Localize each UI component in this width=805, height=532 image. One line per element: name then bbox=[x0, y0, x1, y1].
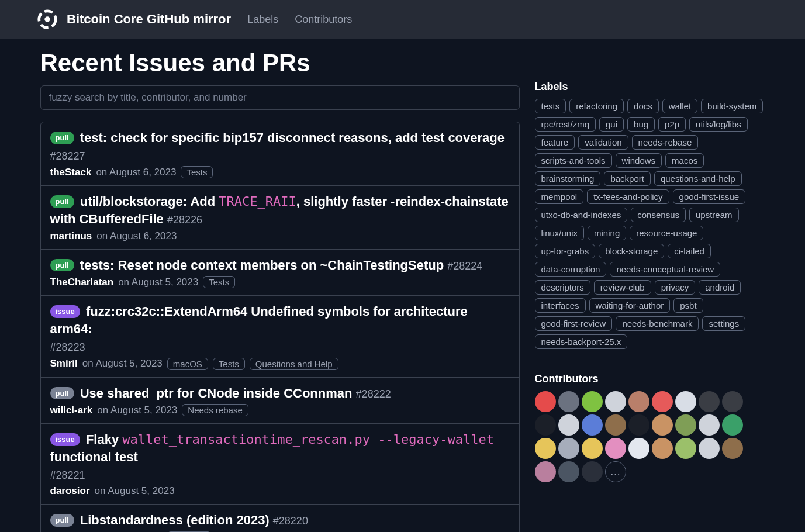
filter-label[interactable]: macos bbox=[665, 153, 704, 168]
avatar[interactable] bbox=[605, 391, 626, 412]
filter-label[interactable]: good-first-review bbox=[535, 316, 613, 331]
avatar[interactable] bbox=[535, 438, 556, 459]
issue-author[interactable]: Smiril bbox=[50, 358, 78, 369]
avatar[interactable] bbox=[582, 414, 603, 436]
avatar[interactable] bbox=[652, 391, 673, 412]
avatar[interactable] bbox=[722, 438, 743, 459]
issue-author[interactable]: willcl-ark bbox=[50, 405, 93, 416]
filter-label[interactable]: settings bbox=[702, 316, 745, 331]
filter-label[interactable]: linux/unix bbox=[535, 226, 585, 240]
avatar[interactable] bbox=[558, 461, 579, 482]
filter-label[interactable]: wallet bbox=[662, 99, 697, 113]
issue-row[interactable]: pull util/blockstorage: Add TRACE_RAII, … bbox=[41, 186, 519, 249]
issue-label[interactable]: Tests bbox=[203, 276, 235, 288]
filter-label[interactable]: utxo-db-and-indexes bbox=[535, 208, 628, 222]
issue-label[interactable]: Tests bbox=[213, 358, 245, 370]
filter-label[interactable]: bug bbox=[627, 117, 655, 132]
issue-title[interactable]: issue Flaky wallet_transactiontime_resca… bbox=[50, 431, 510, 483]
filter-label[interactable]: good-first-issue bbox=[673, 189, 746, 204]
issue-author[interactable]: darosior bbox=[50, 485, 90, 497]
filter-label[interactable]: docs bbox=[627, 99, 659, 113]
filter-label[interactable]: gui bbox=[599, 117, 624, 132]
avatar[interactable] bbox=[652, 438, 673, 459]
avatar[interactable] bbox=[558, 438, 579, 459]
filter-label[interactable]: descriptors bbox=[535, 280, 590, 295]
avatar[interactable] bbox=[628, 391, 649, 412]
avatar[interactable] bbox=[628, 438, 649, 459]
avatar[interactable] bbox=[675, 391, 696, 412]
issue-label[interactable]: Needs rebase bbox=[182, 404, 248, 416]
avatar[interactable] bbox=[535, 461, 556, 482]
filter-label[interactable]: mining bbox=[588, 226, 626, 240]
filter-label[interactable]: mempool bbox=[535, 189, 584, 204]
filter-label[interactable]: build-system bbox=[701, 99, 763, 113]
filter-label[interactable]: backport bbox=[604, 171, 651, 186]
filter-label[interactable]: needs-rebase bbox=[632, 135, 699, 150]
filter-label[interactable]: questions-and-help bbox=[654, 171, 742, 186]
filter-label[interactable]: tests bbox=[535, 99, 566, 113]
filter-label[interactable]: review-club bbox=[594, 280, 651, 295]
filter-label[interactable]: scripts-and-tools bbox=[535, 153, 612, 168]
issue-author[interactable]: martinus bbox=[50, 230, 92, 242]
issue-row[interactable]: pull test: check for specific bip157 dis… bbox=[41, 122, 519, 186]
filter-label[interactable]: needs-benchmark bbox=[616, 316, 699, 331]
issue-title[interactable]: pull Use shared_ptr for CNode inside CCo… bbox=[50, 385, 510, 402]
filter-label[interactable]: windows bbox=[616, 153, 662, 168]
avatar[interactable] bbox=[699, 438, 720, 459]
avatar[interactable] bbox=[699, 391, 720, 412]
avatar[interactable] bbox=[605, 414, 626, 436]
issue-row[interactable]: pull tests: Reset node context members o… bbox=[41, 250, 519, 296]
issue-title[interactable]: pull Libstandardness (edition 2023) #282… bbox=[50, 512, 510, 529]
filter-label[interactable]: p2p bbox=[658, 117, 686, 132]
avatar[interactable] bbox=[582, 438, 603, 459]
avatar[interactable] bbox=[628, 414, 649, 436]
avatar[interactable] bbox=[722, 391, 743, 412]
avatar[interactable] bbox=[605, 438, 626, 459]
avatar[interactable] bbox=[675, 438, 696, 459]
filter-label[interactable]: brainstorming bbox=[535, 171, 601, 186]
filter-label[interactable]: validation bbox=[578, 135, 628, 150]
brand[interactable]: Bitcoin Core GitHub mirror bbox=[36, 8, 231, 30]
filter-label[interactable]: privacy bbox=[655, 280, 696, 295]
issue-title[interactable]: pull test: check for specific bip157 dis… bbox=[50, 129, 510, 164]
search-input[interactable] bbox=[40, 85, 520, 110]
issue-title[interactable]: issue fuzz:crc32c::ExtendArm64 Undefined… bbox=[50, 303, 510, 355]
filter-label[interactable]: data-corruption bbox=[535, 262, 607, 277]
avatar[interactable] bbox=[675, 414, 696, 436]
nav-link-contributors[interactable]: Contributors bbox=[295, 13, 352, 26]
filter-label[interactable]: consensus bbox=[631, 208, 686, 222]
avatar[interactable] bbox=[652, 414, 673, 436]
avatar[interactable] bbox=[582, 461, 603, 482]
issue-row[interactable]: issue fuzz:crc32c::ExtendArm64 Undefined… bbox=[41, 296, 519, 377]
issue-label[interactable]: Questions and Help bbox=[250, 358, 338, 370]
issue-author[interactable]: theStack bbox=[50, 167, 92, 178]
avatar[interactable] bbox=[582, 391, 603, 412]
filter-label[interactable]: waiting-for-author bbox=[589, 298, 671, 313]
avatar[interactable] bbox=[535, 391, 556, 412]
filter-label[interactable]: up-for-grabs bbox=[535, 244, 596, 258]
issue-row[interactable]: issue Flaky wallet_transactiontime_resca… bbox=[41, 424, 519, 505]
issue-row[interactable]: pull Use shared_ptr for CNode inside CCo… bbox=[41, 378, 519, 424]
avatar[interactable] bbox=[699, 414, 720, 436]
issue-label[interactable]: Tests bbox=[181, 166, 213, 178]
contributors-more-button[interactable]: … bbox=[605, 461, 626, 482]
filter-label[interactable]: needs-backport-25.x bbox=[535, 334, 628, 349]
issue-title[interactable]: pull tests: Reset node context members o… bbox=[50, 257, 510, 274]
filter-label[interactable]: tx-fees-and-policy bbox=[587, 189, 669, 204]
filter-label[interactable]: utils/log/libs bbox=[689, 117, 748, 132]
filter-label[interactable]: psbt bbox=[673, 298, 703, 313]
filter-label[interactable]: android bbox=[699, 280, 741, 295]
filter-label[interactable]: block-storage bbox=[599, 244, 664, 258]
filter-label[interactable]: rpc/rest/zmq bbox=[535, 117, 596, 132]
issue-title[interactable]: pull util/blockstorage: Add TRACE_RAII, … bbox=[50, 193, 510, 227]
avatar[interactable] bbox=[558, 414, 579, 436]
issue-label[interactable]: macOS bbox=[167, 358, 208, 370]
avatar[interactable] bbox=[535, 414, 556, 436]
issue-author[interactable]: TheCharlatan bbox=[50, 277, 114, 288]
issue-row[interactable]: pull Libstandardness (edition 2023) #282… bbox=[41, 505, 519, 532]
nav-link-labels[interactable]: Labels bbox=[247, 13, 278, 26]
avatar[interactable] bbox=[558, 391, 579, 412]
filter-label[interactable]: ci-failed bbox=[668, 244, 711, 258]
filter-label[interactable]: upstream bbox=[689, 208, 739, 222]
avatar[interactable] bbox=[722, 414, 743, 436]
